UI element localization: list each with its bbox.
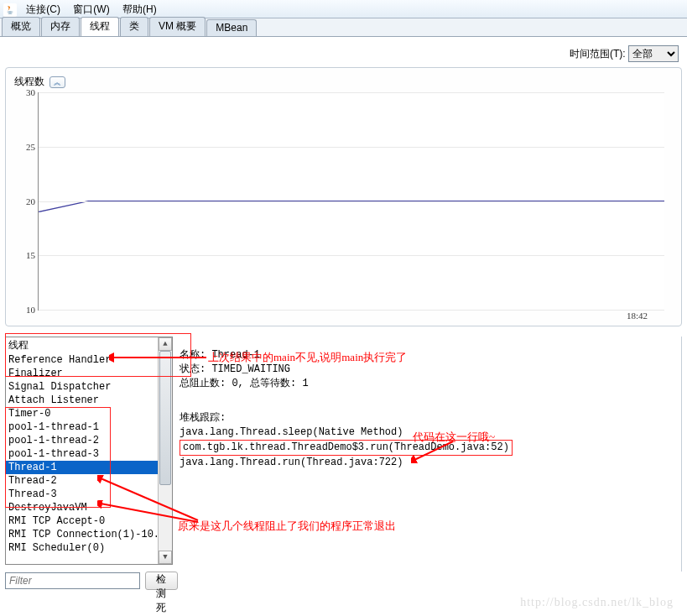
detail-block-value: 0, (232, 378, 243, 389)
menu-connect[interactable]: 连接(C) (21, 0, 65, 18)
y-tick: 20 (26, 196, 39, 206)
detail-block-label: 总阻止数: (180, 378, 226, 389)
chart-collapse-icon[interactable]: ︽ (49, 76, 65, 88)
thread-row[interactable]: RMI Scheduler(0) (6, 541, 172, 555)
arrow-1 (109, 349, 210, 366)
tab-threads[interactable]: 线程 (81, 17, 119, 36)
filter-input[interactable] (5, 572, 140, 589)
y-tick: 25 (26, 142, 39, 152)
java-icon (3, 3, 17, 17)
arrow-2 (411, 438, 487, 463)
y-tick: 30 (26, 87, 39, 97)
tab-memory[interactable]: 内存 (41, 17, 80, 36)
thread-chart: 1015202530 (38, 92, 664, 311)
thread-row[interactable]: Signal Dispatcher (6, 380, 172, 394)
thread-row[interactable]: Attach Listener (6, 394, 172, 407)
tabbar: 概览 内存 线程 类 VM 概要 MBean (0, 18, 687, 37)
tab-mbean[interactable]: MBean (206, 19, 257, 36)
menubar: 连接(C) 窗口(W) 帮助(H) (0, 0, 687, 18)
detail-wait-label: 总等待数: (250, 378, 296, 389)
detail-trace-label: 堆栈跟踪: (180, 412, 226, 424)
tab-overview[interactable]: 概览 (2, 17, 40, 36)
y-tick: 10 (26, 305, 39, 315)
detail-name-value: Thread-1 (211, 349, 260, 361)
menu-window[interactable]: 窗口(W) (68, 0, 114, 18)
timerange-row: 时间范围(T): 全部 (0, 37, 687, 62)
svg-line-2 (414, 441, 453, 460)
svg-line-4 (101, 504, 198, 522)
detect-deadlock-button[interactable]: 检测死锁 (D) (145, 572, 178, 590)
watermark: http://blog.csdn.net/lk_blog (520, 596, 674, 609)
y-tick: 15 (26, 250, 39, 260)
timerange-select[interactable]: 全部 (628, 45, 679, 62)
detail-state-value: TIMED_WAITING (211, 363, 290, 375)
menu-help[interactable]: 帮助(H) (117, 0, 162, 18)
chart-x-label: 18:42 (14, 311, 673, 321)
chart-panel: 线程数 ︽ 1015202530 18:42 (5, 67, 682, 326)
detail-wait-value: 1 (302, 378, 308, 389)
svg-rect-0 (3, 3, 17, 17)
scroll-down-icon[interactable]: ▼ (159, 551, 172, 564)
bottom-split: 线程 Reference HandlerFinalizerSignal Disp… (5, 337, 682, 590)
tab-classes[interactable]: 类 (120, 17, 148, 36)
anno-box-2 (5, 407, 111, 508)
arrow-4 (97, 500, 206, 530)
trace-line-0: java.lang.Thread.sleep(Native Method) (180, 426, 403, 438)
tab-vm-summary[interactable]: VM 概要 (149, 17, 206, 36)
timerange-label: 时间范围(T): (570, 48, 626, 60)
trace-line-2: java.lang.Thread.run(Thread.java:722) (180, 457, 403, 468)
